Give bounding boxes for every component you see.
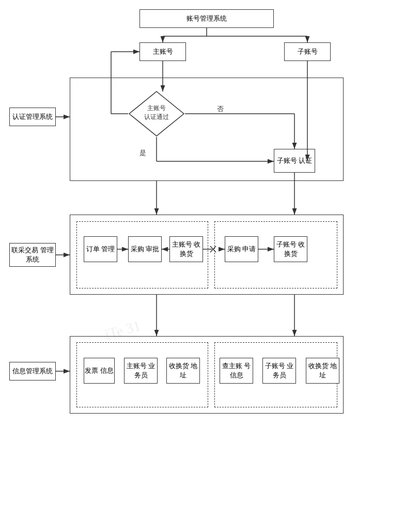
- purchase-apply-box: 采购 申请: [225, 236, 258, 262]
- purchase-approve-box: 采购 审批: [128, 236, 162, 262]
- receive-address-box: 收换货 地址: [166, 358, 200, 384]
- main-receive-box: 主账号 收换货: [169, 236, 203, 262]
- query-main-box: 查主账 号信息: [220, 358, 253, 384]
- trade-system-box: 联采交易 管理系统: [9, 243, 56, 267]
- sub-receive-address-box: 收换货 地址: [306, 358, 339, 384]
- sub-receive-box: 子账号 收换货: [274, 236, 307, 262]
- main-salesman-box: 主账号 业务员: [124, 358, 158, 384]
- order-mgmt-box: 订单 管理: [84, 236, 117, 262]
- sub-auth-box: 子账号 认证: [274, 149, 315, 173]
- sub-account-box: 子账号: [284, 42, 331, 61]
- sub-salesman-box: 子账号 业务员: [262, 358, 296, 384]
- info-system-box: 信息管理系统: [9, 362, 56, 381]
- auth-system-box: 认证管理系统: [9, 108, 56, 126]
- account-mgmt-box: 账号管理系统: [139, 9, 274, 28]
- svg-text:主账号: 主账号: [147, 104, 166, 112]
- svg-text:认证通过: 认证通过: [144, 113, 169, 120]
- main-account-box: 主账号: [139, 42, 186, 61]
- auth-diamond: 主账号 认证通过: [128, 90, 185, 137]
- invoice-info-box: 发票 信息: [84, 358, 115, 384]
- diagram-container: 账号管理系统 主账号 子账号 主账号 认证通过 子账号 认证 认证管理系统 联采…: [0, 0, 420, 517]
